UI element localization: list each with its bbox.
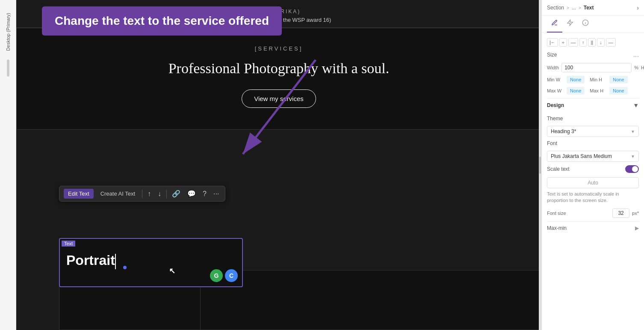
minw-label: Min W bbox=[547, 77, 564, 82]
font-label: Font bbox=[547, 140, 557, 146]
edit-text-button[interactable]: Edit Text bbox=[64, 189, 94, 199]
width-label: Width bbox=[547, 65, 559, 70]
services-tag: [SERVICES] bbox=[25, 45, 532, 52]
theme-value: Heading 3* bbox=[551, 128, 576, 134]
text-edit-content[interactable]: Portrait ↖ G C bbox=[60, 248, 242, 286]
breadcrumb-sep2: > bbox=[579, 6, 581, 10]
font-size-label: Font size bbox=[547, 211, 610, 216]
svg-marker-2 bbox=[567, 20, 573, 25]
maxw-label: Max W bbox=[547, 88, 564, 93]
design-section-header: Design ▼ bbox=[547, 98, 639, 112]
design-collapse-icon[interactable]: ▼ bbox=[633, 102, 639, 109]
width-unit: % bbox=[634, 65, 638, 70]
minw-value: None bbox=[567, 76, 585, 83]
theme-row: Theme bbox=[547, 116, 639, 122]
breadcrumb-sep1: > bbox=[567, 6, 569, 10]
link-icon[interactable]: 🔗 bbox=[170, 189, 182, 199]
minh-label: Min H bbox=[590, 77, 607, 82]
maxh-label: Max H bbox=[590, 88, 607, 93]
grammarly-icon[interactable]: G bbox=[210, 269, 223, 282]
edit-toolbar: Edit Text Create AI Text ↑ ↓ 🔗 💬 ? ··· bbox=[59, 186, 225, 202]
help-icon[interactable]: ? bbox=[201, 189, 208, 199]
panel-content: |← ÷ — ↑ || ↓ — Size ... Width % Height … bbox=[542, 33, 644, 330]
align-top-btn[interactable]: ↑ bbox=[579, 38, 587, 47]
left-sidebar: Desktop (Primary) bbox=[0, 0, 16, 330]
align-last-btn[interactable]: — bbox=[606, 38, 616, 47]
tab-info[interactable] bbox=[578, 16, 593, 33]
align-center-h-btn[interactable]: ÷ bbox=[559, 38, 567, 47]
align-toolbar: |← ÷ — ↑ || ↓ — bbox=[547, 38, 639, 47]
panel-collapse-button[interactable]: › bbox=[637, 4, 639, 11]
text-tag-badge: Text bbox=[60, 239, 242, 248]
maxw-value: None bbox=[567, 87, 585, 95]
instruction-banner: Change the text to the service offered bbox=[42, 6, 282, 36]
scale-text-label: Scale text bbox=[547, 166, 570, 172]
ai-icons-container: G C bbox=[210, 269, 238, 282]
width-row: Width % Height Auto bbox=[547, 63, 639, 72]
sidebar-label: Desktop (Primary) bbox=[6, 13, 11, 51]
theme-dropdown-arrow: ▼ bbox=[631, 129, 635, 134]
instruction-text: Change the text to the service offered bbox=[55, 14, 269, 27]
selection-handle[interactable] bbox=[123, 266, 127, 269]
theme-label: Theme bbox=[547, 116, 563, 122]
services-section: [SERVICES] Professional Photography with… bbox=[16, 28, 541, 130]
move-down-icon[interactable]: ↓ bbox=[156, 189, 163, 199]
width-input[interactable] bbox=[561, 63, 632, 72]
text-content[interactable]: Portrait bbox=[66, 253, 115, 268]
tab-action[interactable] bbox=[562, 16, 578, 33]
sidebar-handle[interactable] bbox=[7, 59, 9, 77]
breadcrumb-current: Text bbox=[584, 5, 594, 11]
align-left-edge-btn[interactable]: |← bbox=[547, 38, 558, 47]
maxmin-arrow: ▶ bbox=[635, 225, 639, 231]
panel-tabs bbox=[542, 16, 644, 33]
size-label: Size bbox=[547, 52, 557, 58]
minwh-row: Min W None Min H None bbox=[547, 76, 639, 83]
tab-edit[interactable] bbox=[547, 16, 562, 33]
maxmin-row[interactable]: Max-min ▶ bbox=[547, 221, 639, 231]
comment-icon[interactable]: 💬 bbox=[186, 189, 198, 199]
align-middle-btn[interactable]: || bbox=[588, 38, 596, 47]
size-dots[interactable]: ... bbox=[633, 51, 639, 59]
create-ai-text-button[interactable]: Create AI Text bbox=[97, 189, 139, 199]
services-heading: Professional Photography with a soul. bbox=[25, 60, 532, 77]
scale-auto-input[interactable] bbox=[547, 177, 639, 188]
view-services-button[interactable]: View my services bbox=[242, 89, 316, 108]
toolbar-divider-1 bbox=[142, 190, 142, 198]
align-bottom-btn[interactable]: ↓ bbox=[597, 38, 605, 47]
align-right-edge-btn[interactable]: — bbox=[568, 38, 578, 47]
maxwh-row: Max W None Max H None bbox=[547, 87, 639, 95]
minh-value: None bbox=[609, 76, 627, 83]
font-row: Font bbox=[547, 140, 639, 146]
panel-separator[interactable] bbox=[539, 0, 541, 330]
scale-text-row: Scale text bbox=[547, 165, 639, 173]
font-dropdown-arrow: ▼ bbox=[631, 154, 635, 159]
breadcrumb-section: Section bbox=[547, 5, 564, 11]
size-section-header: Size ... bbox=[547, 51, 639, 59]
move-up-icon[interactable]: ↑ bbox=[146, 189, 153, 199]
maxmin-label: Max-min bbox=[547, 225, 567, 231]
theme-dropdown[interactable]: Heading 3* ▼ bbox=[547, 126, 639, 137]
scale-helper-text: Text is set to automatically scale in pr… bbox=[547, 191, 639, 204]
scale-text-toggle[interactable] bbox=[625, 165, 639, 173]
mouse-cursor-icon: ↖ bbox=[169, 266, 175, 276]
height-label: Height bbox=[641, 65, 644, 70]
panel-header: Section > ... > Text › bbox=[542, 0, 644, 16]
text-edit-container[interactable]: Text Portrait ↖ G C bbox=[59, 238, 243, 287]
main-area: Change the text to the service offered E… bbox=[16, 0, 541, 330]
sep-handle bbox=[539, 157, 541, 174]
more-icon[interactable]: ··· bbox=[212, 189, 221, 199]
font-size-input[interactable] bbox=[612, 208, 629, 218]
font-value: Plus Jakarta Sans Medium bbox=[551, 153, 612, 159]
font-size-row: Font size px* bbox=[547, 208, 639, 218]
text-cursor bbox=[115, 254, 116, 269]
breadcrumb-ellipsis: ... bbox=[572, 5, 576, 11]
design-label: Design bbox=[547, 102, 564, 108]
font-size-unit: px* bbox=[632, 211, 639, 216]
right-panel: Section > ... > Text › |← ÷ — bbox=[541, 0, 644, 330]
font-dropdown[interactable]: Plus Jakarta Sans Medium ▼ bbox=[547, 151, 639, 162]
ai-copy-icon[interactable]: C bbox=[225, 269, 238, 282]
maxh-value: None bbox=[609, 87, 627, 95]
bottom-grid-right bbox=[201, 271, 541, 330]
text-tag-label: Text bbox=[62, 241, 75, 247]
toolbar-divider-2 bbox=[166, 190, 167, 198]
